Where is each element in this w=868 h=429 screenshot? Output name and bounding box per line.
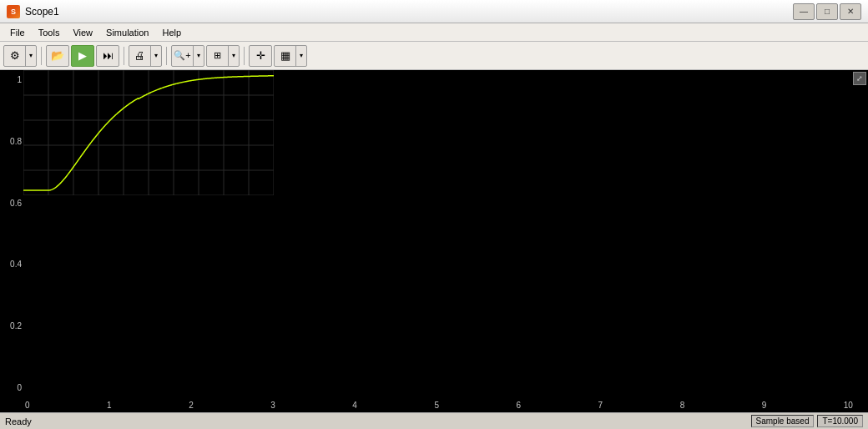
zoom-dropdown-arrow[interactable]: ▾ (194, 46, 204, 66)
statusbar: Ready Sample based T=10.000 (0, 412, 868, 429)
scale-button[interactable]: ⊞ ▾ (206, 45, 240, 67)
close-button[interactable]: ✕ (840, 3, 861, 20)
x-label-9: 9 (762, 401, 767, 410)
y-label-1: 1 (17, 75, 22, 84)
x-label-8: 8 (680, 401, 685, 410)
plot-maximize-button[interactable]: ⤢ (853, 72, 866, 85)
x-label-7: 7 (598, 401, 603, 410)
cursor-icon: ✛ (256, 49, 265, 62)
print-icon: 🖨 (129, 46, 151, 66)
plot-area[interactable]: ⤢ 1 0.8 0.6 0.4 0.2 0 0 1 2 3 4 5 6 7 8 … (0, 70, 868, 412)
x-label-4: 4 (352, 401, 357, 410)
settings-dropdown-arrow[interactable]: ▾ (26, 46, 36, 66)
y-label-5: 0.2 (10, 321, 22, 331)
minimize-button[interactable]: — (793, 3, 815, 20)
y-axis-labels: 1 0.8 0.6 0.4 0.2 0 (0, 70, 23, 394)
menubar: File Tools View Simulation Help (0, 23, 868, 42)
toolbar-separator-3 (166, 47, 167, 65)
y-label-4: 0.4 (10, 260, 22, 269)
zoom-button[interactable]: 🔍+ ▾ (171, 45, 204, 67)
y-label-3: 0.6 (10, 199, 22, 208)
play-button[interactable]: ▶ (71, 45, 94, 67)
x-label-3: 3 (270, 401, 275, 410)
zoom-icon: 🔍+ (172, 46, 194, 66)
menu-view[interactable]: View (66, 26, 99, 39)
menu-file[interactable]: File (3, 26, 32, 39)
scale-dropdown-arrow[interactable]: ▾ (229, 46, 239, 66)
scope-canvas (23, 70, 274, 195)
x-label-10: 10 (844, 401, 853, 410)
cursor-button[interactable]: ✛ (249, 45, 272, 67)
x-label-5: 5 (434, 401, 439, 410)
display-button[interactable]: ▦ ▾ (274, 45, 307, 67)
status-sample-based: Sample based (751, 415, 815, 427)
step-icon: ⏭ (103, 49, 114, 62)
x-axis-labels: 0 1 2 3 4 5 6 7 8 9 10 (23, 397, 855, 412)
plot-wrapper: ⤢ 1 0.8 0.6 0.4 0.2 0 0 1 2 3 4 5 6 7 8 … (0, 70, 868, 412)
y-label-6: 0 (17, 383, 22, 392)
x-label-2: 2 (189, 401, 194, 410)
app-icon: S (7, 5, 20, 18)
menu-help[interactable]: Help (155, 26, 188, 39)
x-label-1: 1 (107, 401, 112, 410)
scale-icon: ⊞ (207, 46, 229, 66)
step-button[interactable]: ⏭ (96, 45, 119, 67)
menu-simulation[interactable]: Simulation (99, 26, 155, 39)
status-time: T=10.000 (817, 415, 863, 427)
toolbar-separator-4 (244, 47, 245, 65)
open-icon: 📂 (51, 49, 64, 62)
display-dropdown-arrow[interactable]: ▾ (296, 46, 306, 66)
status-ready: Ready (5, 416, 32, 426)
open-button[interactable]: 📂 (46, 45, 69, 67)
settings-button[interactable]: ⚙ ▾ (3, 45, 37, 67)
toolbar-separator-1 (41, 47, 42, 65)
print-dropdown-arrow[interactable]: ▾ (151, 46, 161, 66)
toolbar: ⚙ ▾ 📂 ▶ ⏭ 🖨 ▾ 🔍+ ▾ ⊞ ▾ ✛ ▦ ▾ (0, 42, 868, 70)
x-label-0: 0 (25, 401, 30, 410)
maximize-button[interactable]: □ (816, 3, 838, 20)
play-icon: ▶ (78, 49, 87, 62)
print-button[interactable]: 🖨 ▾ (129, 45, 162, 67)
toolbar-separator-2 (124, 47, 124, 65)
titlebar: S Scope1 — □ ✕ (0, 0, 868, 23)
y-label-2: 0.8 (10, 137, 22, 146)
x-label-6: 6 (516, 401, 521, 410)
window-controls: — □ ✕ (793, 3, 861, 20)
menu-tools[interactable]: Tools (32, 26, 67, 39)
settings-icon: ⚙ (4, 46, 26, 66)
status-right: Sample based T=10.000 (751, 415, 863, 427)
window-title: Scope1 (25, 6, 793, 18)
display-icon: ▦ (275, 46, 296, 66)
